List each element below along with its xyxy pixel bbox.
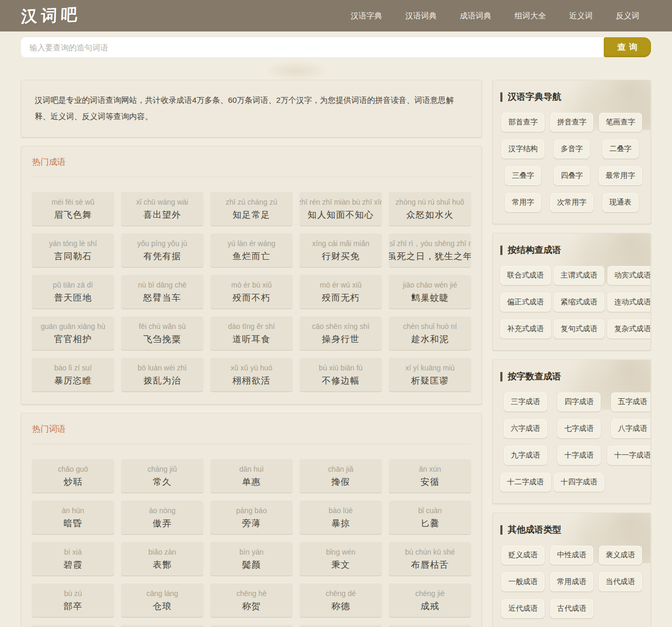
sidebar-link[interactable]: 部首查字 <box>501 113 544 132</box>
sidebar-link[interactable]: 主谓式成语 <box>554 266 604 285</box>
word-card[interactable]: bì xiá 碧霞 <box>32 542 114 576</box>
idiom-card[interactable]: zhī zú cháng zú 知足常足 <box>211 192 292 226</box>
nav-item[interactable]: 成语词典 <box>460 11 491 21</box>
idiom-card[interactable]: bào lì zí suī 暴厉恣睢 <box>32 358 114 391</box>
word-card[interactable]: chēng dé 称德 <box>300 583 382 617</box>
sidebar-link[interactable]: 九字成语 <box>504 446 547 465</box>
word-card[interactable]: bù chún kū shé 布唇枯舌 <box>389 542 471 576</box>
idiom-card[interactable]: pǔ tiān zā dì 普天匝地 <box>32 275 114 309</box>
idiom-card[interactable]: mò ér bù xiǔ 殁而不朽 <box>211 275 292 309</box>
idiom-card[interactable]: jiāo cháo wén jié 鹪巢蚊睫 <box>389 275 471 309</box>
idiom-card[interactable]: zhī rén zhī miàn bù zhī xīn 知人知面不知心 <box>300 192 382 226</box>
word-card[interactable]: bǐng wén 秉文 <box>300 542 382 576</box>
sidebar-link[interactable]: 复杂式成语 <box>607 320 651 338</box>
sidebar-link[interactable]: 偏正式成语 <box>500 293 551 312</box>
sidebar-link[interactable]: 褒义成语 <box>599 546 642 565</box>
sidebar-link[interactable]: 贬义成语 <box>501 546 544 565</box>
sidebar-link[interactable]: 多音字 <box>554 140 590 158</box>
word-card[interactable]: ào nòng 傲弄 <box>121 501 203 534</box>
sidebar-link[interactable]: 十四字成语 <box>554 473 604 492</box>
sidebar-link[interactable]: 五字成语 <box>611 392 651 411</box>
sidebar-link[interactable]: 最常用字 <box>599 166 642 185</box>
idiom-card[interactable]: cāo shēn xíng shì 操身行世 <box>300 316 382 350</box>
idiom-card[interactable]: zhòng nù rú shuǐ huǒ 众怒如水火 <box>389 192 471 226</box>
idiom-card[interactable]: mò ér wú xiǔ 殁而无朽 <box>300 275 382 309</box>
sidebar-link[interactable]: 汉字结构 <box>501 140 544 158</box>
sidebar-link[interactable]: 中性成语 <box>550 546 593 565</box>
idiom-card[interactable]: bō luàn wéi zhì 拨乱为治 <box>121 358 203 391</box>
sidebar-link[interactable]: 十一字成语 <box>607 446 651 465</box>
word-card[interactable] <box>121 625 203 627</box>
word-card[interactable]: chǎo guō 炒聒 <box>32 459 114 493</box>
word-card[interactable]: bào lüè 暴掠 <box>300 501 382 534</box>
search-input[interactable] <box>21 37 604 57</box>
site-logo[interactable]: 汉词吧 <box>20 4 81 28</box>
idiom-card[interactable]: xǔ xǔ yù huó 栩栩欲活 <box>211 358 292 391</box>
idiom-card[interactable]: dào tīng ěr shí 道听耳食 <box>211 316 292 350</box>
word-card[interactable]: cháng jiǔ 常久 <box>121 459 203 493</box>
sidebar-link[interactable]: 三字成语 <box>504 392 547 411</box>
sidebar-link[interactable]: 常用成语 <box>550 572 593 591</box>
idiom-card[interactable]: suī sǐ zhī rì，yóu shēng zhī nián 虽死之日，犹生… <box>389 233 471 267</box>
word-card[interactable]: ān xún 安循 <box>389 459 471 493</box>
word-card[interactable]: àn hūn 暗昏 <box>32 501 114 534</box>
idiom-card[interactable]: xī yí kuāng miù 析疑匡谬 <box>389 358 471 391</box>
sidebar-link[interactable]: 四叠字 <box>554 166 590 185</box>
idiom-card[interactable]: chèn shuǐ huò ní 趁水和泥 <box>389 316 471 350</box>
word-card[interactable]: dān huì 单惠 <box>211 459 292 493</box>
sidebar-link[interactable]: 八字成语 <box>611 419 651 438</box>
sidebar-link[interactable]: 一般成语 <box>501 572 544 591</box>
sidebar-link[interactable]: 六字成语 <box>504 419 547 438</box>
word-card[interactable]: páng báo 旁薄 <box>211 501 292 534</box>
sidebar-link[interactable]: 动宾式成语 <box>607 266 651 285</box>
sidebar-link[interactable]: 紧缩式成语 <box>554 293 604 312</box>
word-card[interactable] <box>389 625 471 627</box>
nav-item[interactable]: 汉语词典 <box>405 11 437 21</box>
sidebar-link[interactable]: 复句式成语 <box>554 320 604 338</box>
word-card[interactable]: cāng láng 仓琅 <box>121 583 203 617</box>
word-card[interactable] <box>32 625 114 627</box>
nav-item[interactable]: 组词大全 <box>514 11 546 21</box>
word-card[interactable] <box>211 625 292 627</box>
sidebar-link[interactable]: 常用字 <box>505 193 541 212</box>
idiom-card[interactable]: xǐ chū wàng wài 喜出望外 <box>121 192 203 226</box>
sidebar-link[interactable]: 当代成语 <box>599 572 642 591</box>
sidebar-link[interactable]: 四字成语 <box>558 392 601 411</box>
sidebar-link[interactable]: 古代成语 <box>550 599 593 618</box>
sidebar-link[interactable]: 十字成语 <box>558 446 601 465</box>
sidebar-link[interactable]: 三叠字 <box>505 166 541 185</box>
idiom-card[interactable]: bù xiū biān fú 不修边幅 <box>300 358 382 391</box>
sidebar-link[interactable]: 笔画查字 <box>599 113 642 132</box>
sidebar-link[interactable]: 十二字成语 <box>500 473 551 492</box>
sidebar-link[interactable]: 补充式成语 <box>500 320 551 338</box>
idiom-pinyin: nù bì dāng chē <box>138 281 187 289</box>
word-card[interactable]: chān jiǎ 搀假 <box>300 459 382 493</box>
idiom-card[interactable]: nù bì dāng chē 怒臂当车 <box>121 275 203 309</box>
idiom-card[interactable]: yǒu píng yǒu jù 有凭有据 <box>121 233 203 267</box>
idiom-card[interactable]: méi fēi sè wǔ 眉飞色舞 <box>32 192 114 226</box>
idiom-card[interactable]: xíng cái mǎi miǎn 行财买免 <box>300 233 382 267</box>
idiom-card[interactable]: yú làn ér wáng 鱼烂而亡 <box>211 233 292 267</box>
word-card[interactable]: bù zú 部卒 <box>32 583 114 617</box>
sidebar-link[interactable]: 近代成语 <box>501 599 544 618</box>
sidebar-link[interactable]: 现通表 <box>603 193 638 212</box>
nav-item[interactable]: 汉语字典 <box>351 11 382 21</box>
word-card[interactable]: biǎo zàn 表酂 <box>121 542 203 576</box>
idiom-card[interactable]: yán tóng lè shí 言同勒石 <box>32 233 114 267</box>
idiom-card[interactable]: fēi chú wǎn sù 飞刍挽粟 <box>121 316 203 350</box>
sidebar-link[interactable]: 连动式成语 <box>607 293 651 312</box>
word-card[interactable]: chéng jiè 成戒 <box>389 583 471 617</box>
sidebar-link[interactable]: 七字成语 <box>558 419 601 438</box>
sidebar-link[interactable]: 次常用字 <box>550 193 593 212</box>
search-button[interactable]: 查询 <box>604 37 651 57</box>
nav-item[interactable]: 近义词 <box>569 11 593 21</box>
word-card[interactable]: chēng hè 称贺 <box>211 583 292 617</box>
word-card[interactable]: bìn yán 鬓颜 <box>211 542 292 576</box>
nav-item[interactable]: 反义词 <box>616 11 639 21</box>
sidebar-link[interactable]: 二叠字 <box>603 140 638 158</box>
sidebar-link[interactable]: 联合式成语 <box>500 266 551 285</box>
word-card[interactable] <box>300 625 382 627</box>
word-card[interactable]: bǐ cuàn 匕爨 <box>389 501 471 534</box>
sidebar-link[interactable]: 拼音查字 <box>550 113 593 132</box>
idiom-card[interactable]: guān guān xiāng hù 官官相护 <box>32 316 114 350</box>
